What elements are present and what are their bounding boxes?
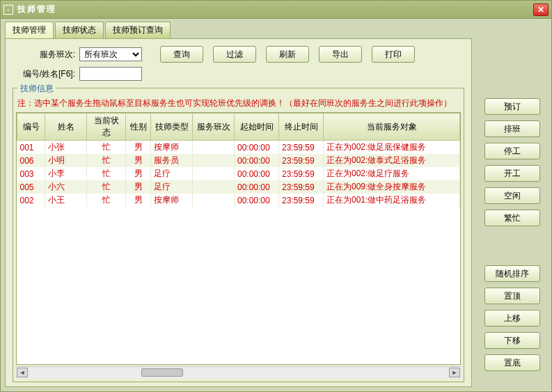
cell-type: 足疗 <box>151 167 193 180</box>
filter-button[interactable]: 过滤 <box>213 46 256 63</box>
table-row[interactable]: 006小明忙男服务员00:00:0023:59:59正在为002:做泰式足浴服务 <box>17 154 460 167</box>
tab-technician-manage[interactable]: 技师管理 <box>5 22 54 38</box>
cell-gender: 男 <box>126 180 151 194</box>
schedule-button[interactable]: 排班 <box>484 120 540 137</box>
reserve-button[interactable]: 预订 <box>484 98 540 115</box>
cell-start: 00:00:00 <box>235 180 279 194</box>
cell-shift <box>193 154 235 167</box>
horizontal-scrollbar[interactable]: ◄ ► <box>16 366 461 379</box>
col-gender[interactable]: 性别 <box>126 113 151 141</box>
window-title: 技师管理 <box>17 3 533 15</box>
cell-end: 23:59:59 <box>279 180 324 194</box>
filter-row-idname: 编号/姓名[F6]: <box>13 67 464 81</box>
tab-bar: 技师管理 技师状态 技师预订查询 <box>1 19 551 38</box>
filter-row-shift: 服务班次: 所有班次 查询 过滤 刷新 导出 打印 <box>13 46 464 63</box>
cell-state: 忙 <box>87 194 126 207</box>
shuffle-button[interactable]: 随机排序 <box>484 265 540 282</box>
cell-shift <box>193 180 235 194</box>
cell-shift <box>193 167 235 180</box>
col-target[interactable]: 当前服务对象 <box>324 113 460 141</box>
scroll-left-icon[interactable]: ◄ <box>17 368 28 377</box>
scroll-thumb[interactable] <box>141 368 183 377</box>
side-gap <box>478 232 547 260</box>
down-button[interactable]: 下移 <box>484 332 540 349</box>
print-button[interactable]: 打印 <box>372 46 415 63</box>
cell-end: 23:59:59 <box>279 194 324 207</box>
table-container: 编号 姓名 当前状态 性别 技师类型 服务班次 起始时间 终止时间 当前服务对象 <box>16 112 461 365</box>
cell-gender: 男 <box>126 141 151 155</box>
top-button[interactable]: 置顶 <box>484 288 540 304</box>
cell-state: 忙 <box>87 167 126 180</box>
cell-end: 23:59:59 <box>279 154 324 167</box>
table-row[interactable]: 002小王忙男按摩师00:00:0023:59:59正在为001:做中药足浴服务 <box>17 194 460 207</box>
cell-gender: 男 <box>126 194 151 207</box>
scroll-right-icon[interactable]: ► <box>449 368 460 377</box>
cell-start: 00:00:00 <box>235 154 279 167</box>
cell-shift <box>193 194 235 207</box>
shift-select[interactable]: 所有班次 <box>79 47 142 61</box>
cell-type: 足疗 <box>151 180 193 194</box>
cell-type: 按摩师 <box>151 194 193 207</box>
cell-id: 005 <box>17 180 45 194</box>
table-row[interactable]: 005小六忙男足疗00:00:0023:59:59正在为009:做全身按摩服务 <box>17 180 460 194</box>
cell-end: 23:59:59 <box>279 167 324 180</box>
col-id[interactable]: 编号 <box>17 113 45 141</box>
tab-technician-status[interactable]: 技师状态 <box>55 22 104 38</box>
col-shift[interactable]: 服务班次 <box>193 113 235 141</box>
technician-fieldset: 技师信息 注：选中某个服务生拖动鼠标至目标服务生也可实现轮班优先级的调换！（最好… <box>13 88 464 382</box>
window: - 技师管理 ✕ 技师管理 技师状态 技师预订查询 服务班次: 所有班次 查询 … <box>0 0 552 392</box>
cell-name: 小李 <box>45 167 87 180</box>
table-row[interactable]: 001小张忙男按摩师00:00:0023:59:59正在为002:做足底保健服务 <box>17 141 460 155</box>
cell-start: 00:00:00 <box>235 141 279 155</box>
cell-shift <box>193 141 235 155</box>
main-panel: 服务班次: 所有班次 查询 过滤 刷新 导出 打印 编号/姓名[F6]: 技师信… <box>5 38 472 387</box>
cell-state: 忙 <box>87 141 126 155</box>
stop-button[interactable]: 停工 <box>484 143 540 159</box>
close-button[interactable]: ✕ <box>533 3 549 16</box>
cell-id: 002 <box>17 194 45 207</box>
tab-reservation-query[interactable]: 技师预订查询 <box>105 22 171 38</box>
cell-type: 按摩师 <box>151 141 193 155</box>
cell-id: 001 <box>17 141 45 155</box>
cell-start: 00:00:00 <box>235 194 279 207</box>
query-button[interactable]: 查询 <box>160 46 203 63</box>
col-name[interactable]: 姓名 <box>45 113 87 141</box>
idname-input[interactable] <box>79 67 142 81</box>
cell-start: 00:00:00 <box>235 167 279 180</box>
cell-state: 忙 <box>87 180 126 194</box>
col-end[interactable]: 终止时间 <box>279 113 324 141</box>
minimize-icon[interactable]: - <box>3 5 13 15</box>
shift-label: 服务班次: <box>13 49 75 61</box>
fieldset-legend: 技师信息 <box>17 83 56 95</box>
table-header-row: 编号 姓名 当前状态 性别 技师类型 服务班次 起始时间 终止时间 当前服务对象 <box>17 113 460 141</box>
col-start[interactable]: 起始时间 <box>235 113 279 141</box>
bottom-button[interactable]: 置底 <box>484 354 540 371</box>
cell-target: 正在为002:做足底保健服务 <box>324 141 460 155</box>
close-icon: ✕ <box>537 5 544 15</box>
cell-state: 忙 <box>87 154 126 167</box>
cell-type: 服务员 <box>151 154 193 167</box>
export-button[interactable]: 导出 <box>319 46 362 63</box>
top-buttons: 查询 过滤 刷新 导出 打印 <box>160 46 415 63</box>
cell-end: 23:59:59 <box>279 141 324 155</box>
cell-gender: 男 <box>126 167 151 180</box>
busy-button[interactable]: 繁忙 <box>484 210 540 226</box>
cell-name: 小六 <box>45 180 87 194</box>
cell-target: 正在为009:做全身按摩服务 <box>324 180 460 194</box>
start-button[interactable]: 开工 <box>484 165 540 182</box>
idle-button[interactable]: 空闲 <box>484 187 540 204</box>
cell-gender: 男 <box>126 154 151 167</box>
col-type[interactable]: 技师类型 <box>151 113 193 141</box>
cell-target: 正在为002:做泰式足浴服务 <box>324 154 460 167</box>
up-button[interactable]: 上移 <box>484 310 540 327</box>
refresh-button[interactable]: 刷新 <box>266 46 309 63</box>
cell-id: 003 <box>17 167 45 180</box>
cell-name: 小明 <box>45 154 87 167</box>
table-row[interactable]: 003小李忙男足疗00:00:0023:59:59正在为002:做足疗服务 <box>17 167 460 180</box>
idname-label: 编号/姓名[F6]: <box>13 68 75 80</box>
col-state[interactable]: 当前状态 <box>87 113 126 141</box>
cell-id: 006 <box>17 154 45 167</box>
cell-target: 正在为002:做足疗服务 <box>324 167 460 180</box>
cell-target: 正在为001:做中药足浴服务 <box>324 194 460 207</box>
drag-note: 注：选中某个服务生拖动鼠标至目标服务生也可实现轮班优先级的调换！（最好在同班次的… <box>13 97 464 112</box>
